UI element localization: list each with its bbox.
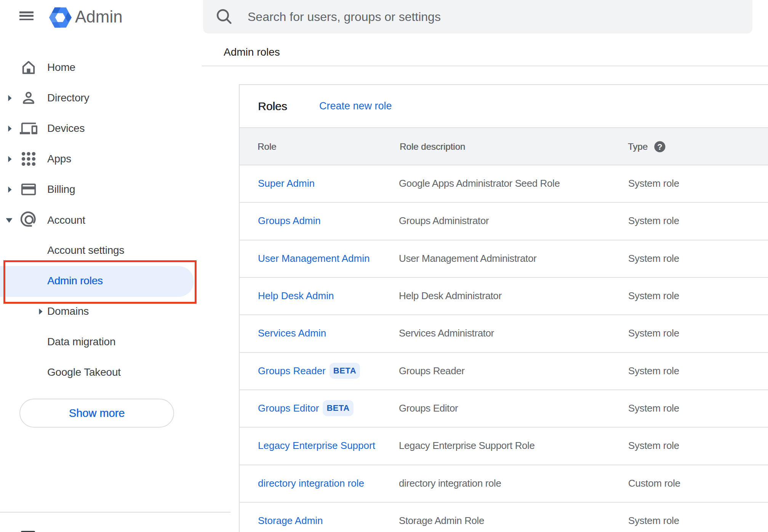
svg-text:?: ? bbox=[657, 142, 662, 152]
